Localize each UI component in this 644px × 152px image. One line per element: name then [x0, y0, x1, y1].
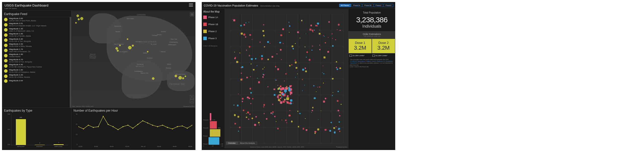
- bar[interactable]: 7: [54, 144, 64, 145]
- feed-item[interactable]: Magnitude 0.64: [2, 79, 71, 83]
- population-cluster: [272, 113, 273, 115]
- tab-overview[interactable]: Overview: [226, 141, 238, 145]
- type-bar-chart[interactable]: 300200100 24527 earthquakeexplosionquarr…: [4, 113, 69, 149]
- hour-line-chart[interactable]: 3020100 12:0015:0018:0021:00Jan 1203:000…: [73, 113, 193, 149]
- feed-item[interactable]: Magnitude 1.3013km S of Mammoth Lakes, C…: [2, 27, 71, 32]
- earthquake-dot[interactable]: [147, 51, 148, 52]
- population-cluster: [247, 112, 249, 113]
- earthquake-dot[interactable]: [115, 47, 118, 50]
- earthquake-dot[interactable]: [117, 50, 119, 52]
- map-zoom-out-icon[interactable]: −: [190, 99, 194, 103]
- population-cluster: [305, 70, 307, 72]
- usgs-dashboard: USGS Earthquake Dashboard Last 24 hours …: [2, 2, 195, 150]
- earthquake-dot[interactable]: [175, 75, 177, 77]
- population-cluster: [286, 122, 287, 123]
- bar[interactable]: 2: [35, 145, 45, 145]
- population-cluster: [237, 116, 239, 118]
- legend-item: Phase 1B: [203, 23, 223, 26]
- population-cluster: [274, 116, 275, 117]
- feed-item[interactable]: Magnitude 3.60129 km SSE of Sand Point, …: [2, 17, 71, 22]
- svg-point-6: [108, 124, 109, 125]
- map-attribution: County of Story, Iowa DNR, Esri, HERE, G…: [250, 146, 304, 148]
- feed-title: Earthquake Feed: [2, 11, 71, 17]
- feed-list[interactable]: Magnitude 3.60129 km SSE of Sand Point, …: [2, 17, 71, 108]
- population-cluster: [306, 57, 307, 58]
- feed-item[interactable]: Magnitude 4.4032 km SW of Turt, Mongolia: [2, 38, 71, 43]
- earthquake-dot[interactable]: [119, 45, 121, 46]
- population-cluster: [253, 69, 254, 70]
- map-city-label: Houston: [147, 57, 152, 59]
- hamburger-icon[interactable]: [189, 4, 193, 7]
- magnitude-dot-icon: [4, 54, 8, 57]
- feed-item[interactable]: Magnitude 6.7033 km SSW of Turt, Mongoli…: [2, 58, 71, 63]
- phase-tab[interactable]: Phase1B: [363, 4, 373, 7]
- feed-magnitude: Magnitude 3.60: [9, 18, 36, 20]
- population-cluster: [263, 104, 265, 106]
- population-cluster: [338, 24, 340, 26]
- bar[interactable]: 245: [16, 119, 26, 145]
- population-cluster: [248, 99, 248, 100]
- earthquake-dot[interactable]: [80, 17, 83, 20]
- earthquake-dot[interactable]: [76, 15, 79, 17]
- legend-swatch: [203, 30, 207, 33]
- feed-item[interactable]: Magnitude 2.2033 km SSW of Mina, Nevada: [2, 43, 71, 48]
- population-cluster: [285, 120, 286, 121]
- map-zoom-in-icon[interactable]: +: [190, 95, 194, 99]
- earthquake-dot[interactable]: [182, 77, 184, 79]
- svg-point-15: [152, 125, 153, 126]
- map-bookmark-icon[interactable]: ◫: [190, 12, 194, 16]
- earthquake-feed-panel: Earthquake Feed Magnitude 3.60129 km SSE…: [2, 11, 71, 108]
- feed-item[interactable]: Magnitude 3.5190 km N of Charlotte Amali…: [2, 22, 71, 27]
- population-cluster: [289, 115, 290, 116]
- line-x-tick: 06:00: [173, 146, 177, 149]
- dose-value: 3.2M: [373, 45, 394, 51]
- about-panel: About the Map Phase 1APhase 1BPhase 2Pha…: [202, 9, 225, 148]
- feed-item[interactable]: Magnitude 2.2034 km SE of Mina, Nevada: [2, 73, 71, 79]
- map-panel[interactable]: Overview About this Analysis County of S…: [225, 9, 348, 148]
- population-cluster: [305, 118, 306, 119]
- population-cluster: [295, 62, 296, 62]
- earthquake-dot[interactable]: [132, 45, 134, 47]
- population-cluster: [314, 97, 316, 99]
- map-panel[interactable]: CANADA UNITED STATES MEXICO North Pacifi…: [71, 11, 195, 108]
- population-cluster: [282, 28, 284, 30]
- map-attribution: Esri, Garmin, FAO, NOAA, EPA: [72, 106, 94, 107]
- population-cluster: [267, 59, 269, 60]
- population-cluster: [250, 103, 251, 104]
- svg-point-14: [147, 122, 148, 123]
- svg-point-13: [142, 120, 143, 121]
- earthquake-dot[interactable]: [78, 18, 80, 20]
- population-cluster: [233, 19, 235, 21]
- legend-swatch: [203, 23, 207, 26]
- earthquake-dot[interactable]: [75, 22, 77, 24]
- feed-item[interactable]: Magnitude 4.4017 km NE of Ambunti, Papua…: [2, 63, 71, 68]
- earthquake-dot[interactable]: [127, 38, 128, 40]
- earthquake-dot[interactable]: [152, 77, 154, 80]
- phase-tab[interactable]: Phase1A: [351, 4, 362, 7]
- map-city-label: Port-au-Prince: [176, 73, 186, 75]
- phase-tab[interactable]: Phase3: [384, 4, 393, 7]
- feed-magnitude: Magnitude 3.51: [9, 23, 47, 25]
- map-city-label: Chicago: [152, 35, 157, 36]
- line-x-tick: 03:00: [157, 146, 161, 149]
- earthquake-dot[interactable]: [128, 46, 132, 49]
- population-cluster: [339, 112, 340, 113]
- feed-item[interactable]: Magnitude 1.5013 km SE of Tyonek, Alaska: [2, 32, 71, 37]
- population-cluster: [338, 110, 339, 111]
- population-cluster: [237, 105, 239, 106]
- total-population-block: Total Population 3,238,386 Individuals: [348, 9, 395, 31]
- earthquake-dot[interactable]: [185, 75, 186, 77]
- feed-magnitude: Magnitude 1.60: [9, 69, 35, 71]
- earthquake-dot[interactable]: [178, 76, 182, 80]
- feed-item[interactable]: Magnitude 1.6032 km SSE of Chickaloon, A…: [2, 68, 71, 73]
- type-chart-panel: Earthquakes by Type 300200100 24527 eart…: [2, 108, 71, 150]
- feed-item[interactable]: Magnitude 1.90Central Alaska: [2, 53, 71, 58]
- population-cluster: [312, 31, 314, 33]
- phase-tab[interactable]: All Phases: [339, 4, 351, 7]
- units-row: 32,384 Units* 32,384 Units*: [348, 53, 395, 58]
- tab-about-analysis[interactable]: About this Analysis: [238, 141, 257, 145]
- feed-item[interactable]: Magnitude 1.7616km NW of Pinnacles, CA: [2, 48, 71, 53]
- feed-location: 13 km SE of Tyonek, Alaska: [9, 35, 31, 37]
- phase-tab[interactable]: Phase2: [374, 4, 383, 7]
- feed-location: Central Alaska: [9, 56, 23, 58]
